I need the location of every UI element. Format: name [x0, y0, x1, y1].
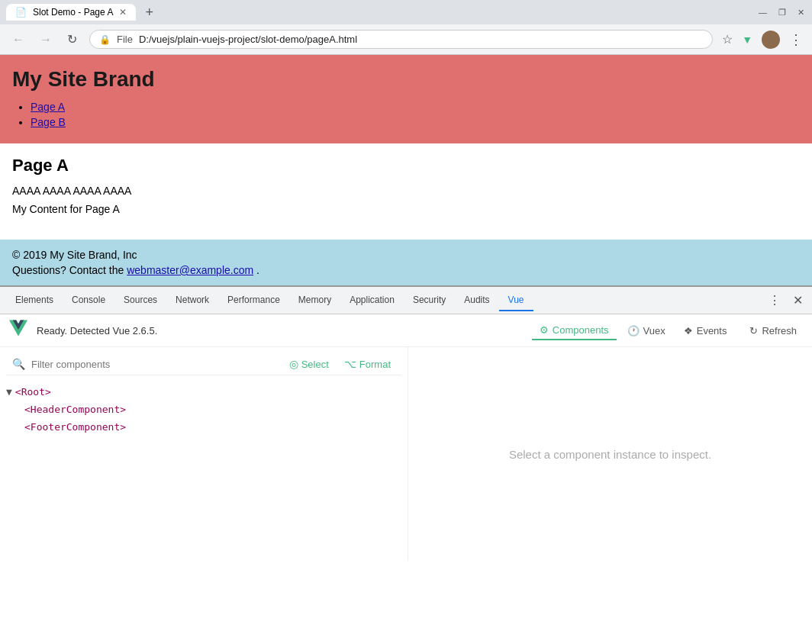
devtools-more-button[interactable]: ⋮ — [765, 290, 784, 311]
filter-bar: 🔍 ◎ Select ⌥ Format — [6, 353, 401, 375]
nav-item-page-a: Page A — [31, 101, 800, 113]
refresh-button[interactable]: ↻ Refresh — [743, 322, 803, 340]
restore-button[interactable]: ❐ — [777, 8, 787, 18]
select-button[interactable]: ◎ Select — [285, 356, 334, 372]
vue-tab-vuex[interactable]: 🕐 Vuex — [620, 322, 673, 340]
devtools-close-button[interactable]: ✕ — [790, 290, 806, 311]
select-icon: ◎ — [289, 358, 298, 370]
tab-memory[interactable]: Memory — [289, 290, 340, 311]
page-content: My Site Brand Page A Page B Page A AAAA … — [0, 55, 812, 285]
user-avatar[interactable] — [762, 31, 780, 49]
footer-copyright: © 2019 My Site Brand, Inc — [12, 249, 800, 261]
format-label: Format — [359, 359, 391, 370]
reload-button[interactable]: ↻ — [64, 29, 80, 50]
site-footer: © 2019 My Site Brand, Inc Questions? Con… — [0, 240, 812, 285]
tab-sources[interactable]: Sources — [114, 290, 166, 311]
tree-children: <HeaderComponent> <FooterComponent> — [6, 401, 401, 436]
vue-panel-tabs: ⚙ Components 🕐 Vuex ❖ Events — [532, 321, 735, 340]
refresh-icon: ↻ — [749, 325, 758, 336]
select-label: Select — [301, 359, 329, 370]
devtools-panel: Elements Console Sources Network Perform… — [0, 285, 812, 561]
tab-elements[interactable]: Elements — [6, 290, 63, 311]
page-title: Page A — [12, 156, 800, 175]
content-line1: AAAA AAAA AAAA AAAA — [12, 185, 800, 197]
footer-contact-prefix: Questions? Contact the — [12, 264, 127, 276]
nav-item-page-b: Page B — [31, 116, 800, 128]
header-component-item[interactable]: <HeaderComponent> — [24, 401, 401, 418]
tab-console[interactable]: Console — [63, 290, 114, 311]
back-button[interactable]: ← — [9, 30, 27, 50]
forward-button[interactable]: → — [37, 30, 55, 50]
events-label: Events — [697, 325, 727, 336]
minimize-button[interactable]: — — [758, 8, 768, 18]
tree-arrow-root[interactable]: ▼ — [6, 386, 12, 398]
root-component-tag: <Root> — [15, 386, 51, 398]
tab-audits[interactable]: Audits — [455, 290, 498, 311]
devtools-tab-bar: Elements Console Sources Network Perform… — [0, 287, 812, 314]
star-icon[interactable]: ☆ — [722, 32, 733, 47]
component-tree: 🔍 ◎ Select ⌥ Format ▼ <Root> — [0, 347, 408, 561]
format-button[interactable]: ⌥ Format — [340, 356, 395, 372]
address-bar: ← → ↻ 🔒 File D:/vuejs/plain-vuejs-projec… — [0, 24, 812, 55]
events-icon: ❖ — [684, 325, 693, 336]
tab-title: Slot Demo - Page A — [33, 7, 113, 18]
filter-actions: ◎ Select ⌥ Format — [285, 356, 395, 372]
vue-status: Ready. Detected Vue 2.6.5. — [37, 325, 523, 336]
vue-tab-components[interactable]: ⚙ Components — [532, 321, 617, 340]
nav-link-page-b[interactable]: Page B — [31, 116, 66, 128]
tab-close-button[interactable]: ✕ — [119, 7, 127, 18]
vuex-icon: 🕐 — [627, 325, 640, 336]
footer-component-item[interactable]: <FooterComponent> — [24, 418, 401, 436]
filter-components-input[interactable] — [31, 359, 279, 370]
footer-contact: Questions? Contact the webmaster@example… — [12, 264, 800, 276]
page-body: Page A AAAA AAAA AAAA AAAA My Content fo… — [0, 143, 812, 233]
url-bar[interactable]: 🔒 File D:/vuejs/plain-vuejs-project/slot… — [89, 30, 713, 49]
tab-security[interactable]: Security — [404, 290, 455, 311]
site-header: My Site Brand Page A Page B — [0, 55, 812, 143]
lock-icon: 🔒 — [99, 34, 111, 45]
window-controls: — ❐ ✕ — [758, 8, 806, 18]
url-protocol: File — [117, 34, 133, 45]
components-icon: ⚙ — [540, 324, 549, 336]
new-tab-button[interactable]: + — [142, 5, 156, 21]
vue-tab-events[interactable]: ❖ Events — [676, 322, 735, 340]
tab-bar: 📄 Slot Demo - Page A ✕ + — [6, 4, 156, 21]
vue-logo-svg — [9, 319, 27, 337]
close-button[interactable]: ✕ — [796, 8, 806, 18]
footer-contact-suffix: . — [256, 264, 259, 276]
component-tree-items: ▼ <Root> <HeaderComponent> <FooterCompon… — [6, 382, 401, 437]
component-inspector: Select a component instance to inspect. — [408, 347, 812, 561]
tab-performance[interactable]: Performance — [218, 290, 289, 311]
site-brand: My Site Brand — [12, 67, 800, 92]
tab-network[interactable]: Network — [166, 290, 218, 311]
vue-devtools-bar: Ready. Detected Vue 2.6.5. ⚙ Components … — [0, 314, 812, 347]
content-line2: My Content for Page A — [12, 203, 800, 215]
active-tab[interactable]: 📄 Slot Demo - Page A ✕ — [6, 4, 136, 21]
nav-link-page-a[interactable]: Page A — [31, 101, 65, 113]
vue-extension-icon[interactable]: ▼ — [742, 34, 752, 46]
search-icon: 🔍 — [12, 358, 25, 370]
tab-page-icon: 📄 — [15, 7, 27, 18]
inspector-placeholder-text: Select a component instance to inspect. — [509, 448, 711, 461]
tab-application[interactable]: Application — [340, 290, 404, 311]
components-label: Components — [553, 324, 609, 336]
url-path: D:/vuejs/plain-vuejs-project/slot-demo/p… — [139, 34, 357, 45]
title-bar: 📄 Slot Demo - Page A ✕ + — ❐ ✕ — [0, 0, 812, 24]
devtools-tab-actions: ⋮ ✕ — [765, 290, 806, 311]
vue-logo — [9, 319, 27, 342]
format-icon: ⌥ — [344, 358, 356, 370]
vuex-label: Vuex — [643, 325, 665, 336]
footer-email-link[interactable]: webmaster@example.com — [127, 264, 253, 276]
menu-dots-button[interactable]: ⋮ — [789, 31, 803, 48]
vue-devtools-body: 🔍 ◎ Select ⌥ Format ▼ <Root> — [0, 347, 812, 561]
root-component-row[interactable]: ▼ <Root> — [6, 383, 401, 401]
refresh-label: Refresh — [762, 325, 797, 336]
nav-list: Page A Page B — [12, 101, 800, 128]
address-actions: ☆ ▼ ⋮ — [722, 31, 803, 49]
tab-vue[interactable]: Vue — [499, 290, 533, 311]
